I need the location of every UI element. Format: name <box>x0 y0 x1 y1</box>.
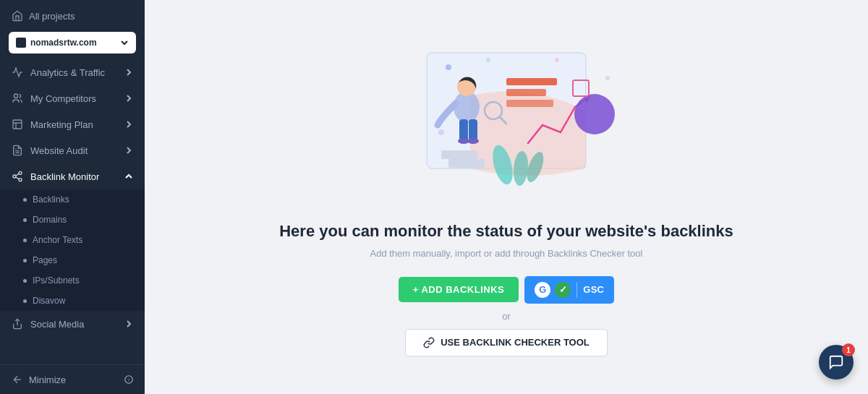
social-icon <box>12 318 23 330</box>
google-g-icon: G <box>535 282 550 298</box>
nav-item-competitors[interactable]: My Competitors <box>0 85 145 111</box>
chevron-down-icon <box>120 38 129 47</box>
svg-rect-30 <box>469 119 477 141</box>
chat-bubble[interactable]: 1 <box>819 345 854 380</box>
project-selector[interactable]: nomadsrtw.com <box>9 32 136 53</box>
svg-point-6 <box>19 171 22 174</box>
svg-point-36 <box>486 58 490 62</box>
competitors-icon <box>12 93 23 104</box>
link-icon <box>423 337 435 348</box>
backlink-checker-button[interactable]: USE BACKLINK CHECKER TOOL <box>405 329 608 356</box>
subnav-disavow-label: Disavow <box>33 296 65 306</box>
minimize-label: Minimize <box>29 374 66 385</box>
subnav-pages[interactable]: Pages <box>0 250 145 270</box>
svg-point-35 <box>446 64 451 70</box>
svg-text:?: ? <box>127 377 129 382</box>
home-icon <box>12 10 23 22</box>
dot-ips <box>23 279 27 283</box>
subnav-anchor-texts-label: Anchor Texts <box>33 235 82 245</box>
subnav-domains[interactable]: Domains <box>0 210 145 230</box>
svg-line-9 <box>16 177 20 179</box>
subnav-backlinks[interactable]: Backlinks <box>0 189 145 210</box>
chevron-right-icon3 <box>124 120 133 129</box>
backlink-icon <box>12 171 23 182</box>
gsc-button[interactable]: G ✓ GSC <box>524 276 614 304</box>
analytics-icon <box>12 67 23 78</box>
subnav-anchor-texts[interactable]: Anchor Texts <box>0 230 145 250</box>
nav-item-marketing[interactable]: Marketing Plan <box>0 111 145 137</box>
or-divider: or <box>502 311 511 322</box>
svg-rect-20 <box>506 89 546 96</box>
dot-domains <box>23 218 27 222</box>
audit-icon <box>12 145 23 156</box>
separator <box>576 282 577 298</box>
svg-rect-34 <box>448 159 485 168</box>
svg-rect-29 <box>459 119 468 141</box>
main-heading: Here you can monitor the status of your … <box>279 222 733 241</box>
marketing-label: Marketing Plan <box>30 119 93 130</box>
svg-point-32 <box>467 138 479 144</box>
gsc-label: GSC <box>583 284 604 295</box>
subnav-ips-label: IPs/Subnets <box>33 275 80 286</box>
chevron-up-icon <box>124 172 133 181</box>
svg-point-0 <box>14 94 17 98</box>
all-projects-label: All projects <box>29 11 75 22</box>
social-label: Social Media <box>30 319 84 330</box>
subnav-pages-label: Pages <box>33 255 57 265</box>
analytics-label: Analytics & Traffic <box>30 67 105 78</box>
project-name: nomadsrtw.com <box>30 38 97 48</box>
svg-point-7 <box>13 175 16 178</box>
svg-point-37 <box>555 58 559 62</box>
project-favicon <box>16 38 26 48</box>
svg-point-8 <box>19 179 22 181</box>
check-icon: ✓ <box>555 282 571 298</box>
svg-point-23 <box>574 94 615 134</box>
arrow-left-icon <box>12 374 23 385</box>
sidebar: All projects nomadsrtw.com Analytics & T… <box>0 0 145 394</box>
add-backlinks-button[interactable]: + ADD BACKLINKS <box>399 277 519 302</box>
main-content: Here you can monitor the status of your … <box>145 0 868 394</box>
dot-anchor-texts <box>23 239 27 242</box>
checker-label: USE BACKLINK CHECKER TOOL <box>441 337 590 348</box>
svg-point-39 <box>438 129 444 135</box>
dot-pages <box>23 259 27 262</box>
help-icon: ? <box>124 375 133 384</box>
center-panel: Here you can monitor the status of your … <box>279 38 733 356</box>
nav-item-backlink[interactable]: Backlink Monitor <box>0 163 145 189</box>
illustration <box>383 38 629 205</box>
competitors-label: My Competitors <box>30 93 96 104</box>
svg-line-10 <box>16 174 20 176</box>
chevron-right-icon4 <box>124 146 133 155</box>
backlink-label: Backlink Monitor <box>30 171 99 182</box>
backlink-illustration <box>383 38 629 205</box>
svg-rect-1 <box>13 120 22 129</box>
audit-label: Website Audit <box>30 145 88 156</box>
dot-backlinks <box>23 198 27 202</box>
chat-badge: 1 <box>842 343 855 356</box>
subnav-disavow[interactable]: Disavow <box>0 291 145 311</box>
all-projects-link[interactable]: All projects <box>0 0 145 32</box>
svg-rect-33 <box>441 150 477 159</box>
sub-text: Add them manually, import or add through… <box>370 248 643 259</box>
dot-disavow <box>23 299 27 303</box>
chat-icon <box>828 354 844 370</box>
chevron-right-icon2 <box>124 94 133 103</box>
nav-item-social[interactable]: Social Media <box>0 311 145 337</box>
svg-rect-21 <box>506 100 553 107</box>
chevron-right-icon5 <box>124 320 133 328</box>
nav-item-audit[interactable]: Website Audit <box>0 137 145 163</box>
chevron-right-icon <box>124 68 133 77</box>
marketing-icon <box>12 119 23 130</box>
svg-point-38 <box>605 76 610 80</box>
subnav-backlinks-label: Backlinks <box>33 194 69 205</box>
nav-item-analytics[interactable]: Analytics & Traffic <box>0 59 145 85</box>
subnav-domains-label: Domains <box>33 215 67 225</box>
backlink-subnav: Backlinks Domains Anchor Texts Pages IPs… <box>0 189 145 311</box>
actions-row: + ADD BACKLINKS G ✓ GSC <box>399 276 615 304</box>
subnav-ips[interactable]: IPs/Subnets <box>0 270 145 291</box>
svg-rect-19 <box>506 78 557 85</box>
minimize-button[interactable]: Minimize ? <box>0 364 145 394</box>
